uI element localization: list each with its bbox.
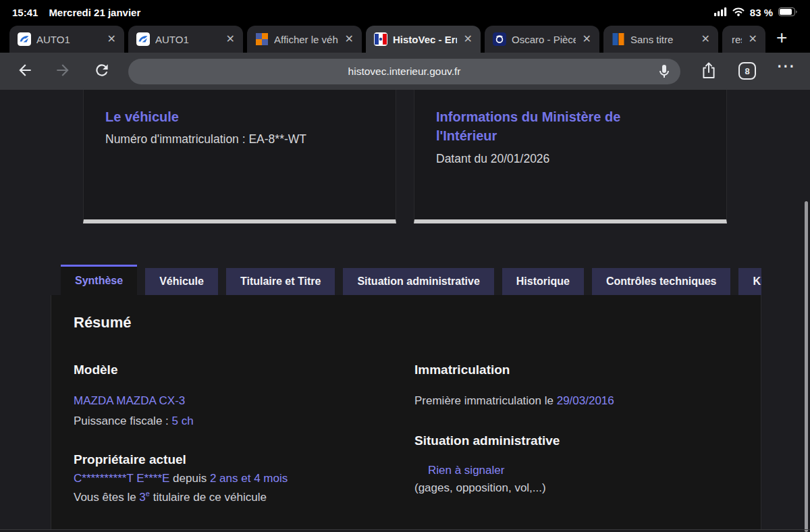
- situation-status: Rien à signaler: [428, 464, 504, 477]
- rank-prefix: Vous êtes le: [74, 491, 139, 504]
- date: Mercredi 21 janvier: [49, 7, 140, 18]
- browser-tab-title: AUTO1: [155, 34, 219, 45]
- wifi-icon: [732, 7, 745, 18]
- scrollbar-thumb[interactable]: [805, 201, 808, 532]
- tab-vehicule[interactable]: Véhicule: [145, 268, 218, 295]
- browser-tab-oscaro[interactable]: Oscaro - Pièces ✕: [485, 26, 599, 53]
- checker-favicon-icon: [255, 32, 269, 46]
- browser-tab-auto1-1[interactable]: AUTO1 ✕: [9, 26, 124, 53]
- browser-tab-title: AUTO1: [36, 34, 101, 45]
- browser-tab-title: Oscaro - Pièces: [512, 34, 576, 45]
- auto1-favicon-icon: [18, 32, 31, 46]
- tab-controles-techniques[interactable]: Contrôles techniques: [592, 268, 731, 295]
- auto1-favicon-icon: [136, 32, 150, 46]
- fiscal-power-value: 5 ch: [172, 415, 194, 427]
- owner-heading: Propriétaire actuel: [74, 452, 186, 467]
- close-tab-icon[interactable]: ✕: [747, 32, 759, 46]
- browser-tab-title: res: [732, 34, 742, 45]
- ipad-screen: 15:41 Mercredi 21 janvier 83 % AUTO1 ✕ A…: [0, 0, 810, 532]
- owner-line: C**********T E****E depuis 2 ans et 4 mo…: [74, 472, 288, 485]
- content-divider: [0, 529, 810, 530]
- microphone-icon[interactable]: [656, 63, 672, 82]
- tab-historique[interactable]: Historique: [502, 268, 584, 295]
- situation-detail: (gages, opposition, vol,...): [414, 481, 546, 495]
- reload-icon[interactable]: [93, 61, 111, 82]
- fiscal-power-label: Puissance fiscale :: [74, 415, 172, 427]
- model-heading: Modèle: [74, 363, 117, 377]
- browser-tab-sans-titre[interactable]: Sans titre ✕: [603, 26, 718, 53]
- owner-duration: 2 ans et 4 mois: [210, 472, 288, 485]
- close-tab-icon[interactable]: ✕: [344, 32, 355, 46]
- browser-tab-strip: AUTO1 ✕ AUTO1 ✕ Afficher le véhi ✕ Histo…: [0, 24, 810, 53]
- browser-tab-title: Afficher le véhi: [274, 34, 338, 45]
- rank-suffix: titulaire de ce véhicule: [150, 491, 267, 504]
- forward-icon[interactable]: [54, 61, 72, 82]
- ministry-card-body: Datant du 20/01/2026: [436, 152, 705, 166]
- url-text: histovec.interieur.gouv.fr: [348, 65, 461, 78]
- more-menu-icon[interactable]: ⋯: [776, 55, 796, 77]
- clock: 15:41: [12, 7, 38, 18]
- tab-situation-administrative[interactable]: Situation administrative: [343, 268, 493, 295]
- close-tab-icon[interactable]: ✕: [225, 32, 236, 46]
- situation-heading: Situation administrative: [414, 433, 560, 448]
- close-tab-icon[interactable]: ✕: [581, 32, 593, 46]
- cellular-signal-icon: [714, 7, 727, 18]
- ministry-card-title: Informations du Ministère de l'Intérieur: [436, 107, 659, 146]
- registration-date: 29/03/2016: [557, 394, 614, 407]
- vehicle-card-body: Numéro d'immatriculation : EA-8**-WT: [105, 132, 374, 147]
- bars-favicon-icon: [612, 32, 625, 46]
- oscaro-favicon-icon: [493, 32, 506, 46]
- tab-kilometrage[interactable]: Kil: [738, 268, 761, 295]
- browser-tab-title: Sans titre: [630, 34, 695, 45]
- web-content: Le véhicule Numéro d'immatriculation : E…: [0, 90, 810, 532]
- tab-titulaire-et-titre[interactable]: Titulaire et Titre: [226, 268, 335, 295]
- registration-label: Première immatriculation le: [414, 394, 557, 407]
- battery-icon: [778, 7, 798, 18]
- browser-tab-histovec[interactable]: HistoVec - Erre ✕: [366, 26, 481, 53]
- model-name: MAZDA MAZDA CX-3: [74, 394, 185, 408]
- status-bar: 15:41 Mercredi 21 janvier 83 %: [0, 0, 810, 24]
- ministry-card: Informations du Ministère de l'Intérieur…: [414, 90, 727, 223]
- address-bar[interactable]: histovec.interieur.gouv.fr: [128, 59, 680, 84]
- browser-tab-title: HistoVec - Erre: [393, 34, 457, 45]
- new-tab-button[interactable]: +: [776, 28, 787, 47]
- battery-percent: 83 %: [750, 7, 773, 18]
- owner-separator: depuis: [169, 472, 210, 485]
- browser-tab-partial[interactable]: res ✕: [722, 26, 765, 53]
- owner-masked-name: C**********T E****E: [74, 472, 169, 485]
- browser-tab-afficher-vehicule[interactable]: Afficher le véhi ✕: [247, 26, 362, 53]
- close-tab-icon[interactable]: ✕: [700, 32, 711, 46]
- resume-title: Résumé: [74, 314, 132, 331]
- browser-nav-bar: histovec.interieur.gouv.fr 8 ⋯: [0, 53, 810, 90]
- owner-rank-line: Vous êtes le 3e titulaire de ce véhicule: [74, 489, 267, 504]
- close-tab-icon[interactable]: ✕: [106, 32, 117, 46]
- tab-synthese[interactable]: Synthèse: [61, 265, 137, 295]
- registration-line: Première immatriculation le 29/03/2016: [414, 394, 614, 408]
- synthese-panel: Résumé Modèle MAZDA MAZDA CX-3 Puissance…: [51, 295, 761, 530]
- rank-value: 3e: [139, 491, 150, 504]
- browser-tab-auto1-2[interactable]: AUTO1 ✕: [128, 26, 243, 53]
- vehicle-card: Le véhicule Numéro d'immatriculation : E…: [83, 90, 396, 223]
- registration-heading: Immatriculation: [414, 363, 510, 377]
- close-tab-icon[interactable]: ✕: [462, 32, 474, 46]
- tab-switcher-button[interactable]: 8: [738, 62, 756, 80]
- fiscal-power-line: Puissance fiscale : 5 ch: [74, 415, 194, 428]
- back-icon[interactable]: [16, 61, 34, 82]
- france-flag-favicon-icon: [374, 32, 387, 46]
- histovec-tab-bar: Synthèse Véhicule Titulaire et Titre Sit…: [61, 265, 761, 295]
- vehicle-card-title: Le véhicule: [105, 107, 374, 126]
- share-icon[interactable]: [699, 61, 718, 82]
